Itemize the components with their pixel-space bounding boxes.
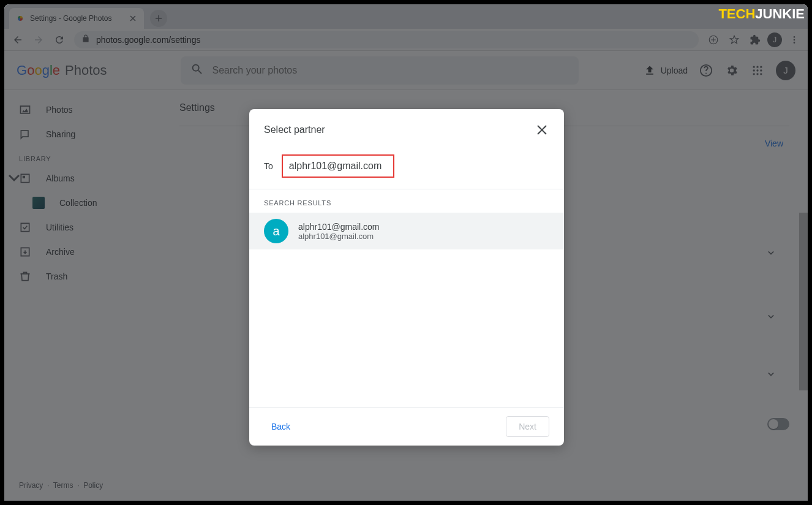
to-input-highlight bbox=[282, 154, 394, 178]
result-name: alphr101@gmail.com bbox=[298, 222, 380, 232]
modal-title: Select partner bbox=[264, 124, 325, 135]
partner-email-input[interactable] bbox=[289, 161, 387, 172]
modal-close-button[interactable] bbox=[535, 123, 549, 137]
select-partner-modal: Select partner To SEARCH RESULTS a alphr… bbox=[249, 109, 564, 446]
search-result-item[interactable]: a alphr101@gmail.com alphr101@gmail.com bbox=[249, 213, 564, 249]
back-button[interactable]: Back bbox=[264, 417, 298, 436]
search-results-label: SEARCH RESULTS bbox=[249, 189, 564, 213]
to-label: To bbox=[264, 161, 273, 171]
next-button[interactable]: Next bbox=[506, 416, 549, 437]
watermark: TECHJUNKIE bbox=[718, 6, 805, 22]
result-email: alphr101@gmail.com bbox=[298, 232, 380, 241]
result-avatar: a bbox=[264, 219, 288, 243]
